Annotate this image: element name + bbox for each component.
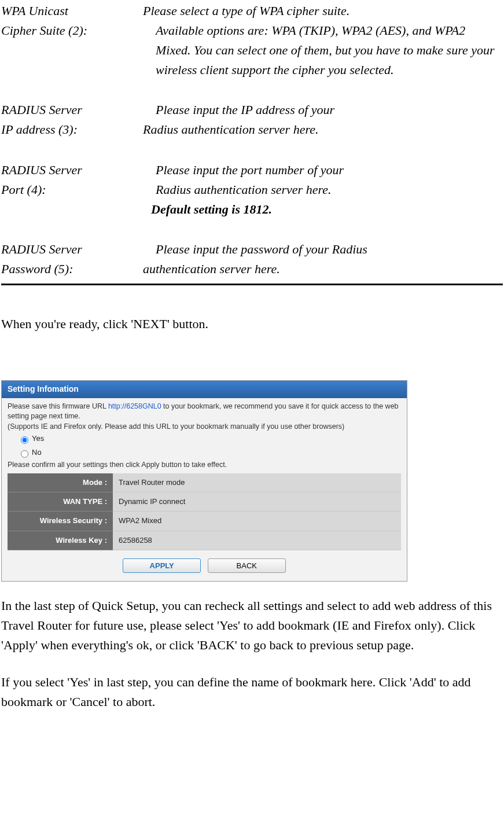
def-desc: Available options are: WPA (TKIP), WPA2 … — [143, 21, 503, 80]
def-desc-bold: Default setting is 1812. — [143, 200, 503, 219]
security-label: Wireless Security : — [8, 512, 113, 531]
radio-yes-row: Yes — [8, 432, 401, 446]
def-row-wpa-cipher-cont: Cipher Suite (2): Available options are:… — [1, 21, 503, 80]
def-row-radius-ip: RADIUS Server Please input the IP addres… — [1, 100, 503, 120]
term-text: WPA Unicast — [1, 3, 68, 18]
definitions-table: WPA Unicast Please select a type of WPA … — [1, 1, 503, 285]
def-term: RADIUS Server — [1, 240, 143, 259]
term-text: IP address (3): — [1, 122, 78, 137]
radio-yes-label: Yes — [32, 434, 44, 443]
def-row-radius-password-cont: Password (5): authentication server here… — [1, 259, 503, 279]
panel-supports-msg: (Supports IE and Firefox only. Please ad… — [8, 422, 401, 432]
desc-text: authentication server here. — [143, 262, 280, 276]
def-term: WPA Unicast — [1, 1, 143, 21]
panel-title: Setting Infomation — [2, 381, 407, 398]
button-row: APPLY BACK — [8, 550, 401, 573]
radio-yes[interactable] — [21, 436, 28, 444]
mode-label: Mode : — [8, 473, 113, 492]
def-term: RADIUS Server — [1, 160, 143, 180]
panel-save-msg: Please save this firmware URL http://625… — [8, 402, 401, 422]
desc-text: Radius authentication server here. — [143, 122, 318, 137]
def-desc: Please input the IP address of your — [143, 100, 503, 120]
wan-label: WAN TYPE : — [8, 492, 113, 512]
def-desc: authentication server here. — [143, 259, 503, 279]
def-term: IP address (3): — [1, 120, 143, 139]
term-text: RADIUS Server — [1, 163, 82, 177]
key-label: Wireless Key : — [8, 531, 113, 550]
settings-row-mode: Mode : Travel Router mode — [8, 473, 401, 492]
settings-row-key: Wireless Key : 62586258 — [8, 531, 401, 550]
desc-text: Available options are: WPA (TKIP), WPA2 … — [156, 23, 495, 77]
desc-text: Radius authentication server here. — [156, 182, 331, 197]
setting-information-panel: Setting Infomation Please save this firm… — [1, 380, 407, 582]
firmware-url-link[interactable]: http://6258GNL0 — [108, 402, 161, 410]
def-desc: Please input the port number of your — [143, 160, 503, 180]
def-row-radius-port-bold: Default setting is 1812. — [1, 200, 503, 219]
def-term: Port (4): — [1, 180, 143, 200]
paragraph-bookmark-name: If you select 'Yes' in last step, you ca… — [1, 672, 503, 712]
desc-text: Please select a type of WPA cipher suite… — [143, 3, 350, 18]
def-desc: Radius authentication server here. — [143, 120, 503, 139]
desc-text: Please input the password of your Radius — [156, 242, 367, 256]
term-text: RADIUS Server — [1, 242, 82, 256]
panel-body: Please save this firmware URL http://625… — [2, 398, 407, 581]
desc-bold-text: Default setting is 1812. — [151, 202, 272, 216]
def-desc: Please input the password of your Radius — [143, 240, 503, 259]
term-text: RADIUS Server — [1, 102, 82, 117]
msg-prefix: Please save this firmware URL — [8, 402, 108, 410]
desc-text: Please input the port number of your — [156, 163, 344, 177]
def-row-wpa-cipher: WPA Unicast Please select a type of WPA … — [1, 1, 503, 21]
radio-no[interactable] — [21, 450, 28, 458]
panel-confirm-msg: Please confirm all your settings then cl… — [8, 460, 401, 470]
settings-row-security: Wireless Security : WPA2 Mixed — [8, 512, 401, 531]
term-text: Port (4): — [1, 182, 46, 197]
back-button[interactable]: BACK — [208, 558, 286, 573]
radio-no-label: No — [32, 448, 42, 457]
mode-value: Travel Router mode — [113, 473, 401, 492]
def-row-radius-port: RADIUS Server Please input the port numb… — [1, 160, 503, 180]
paragraph-next-button: When you're ready, click 'NEXT' button. — [1, 314, 503, 334]
security-value: WPA2 Mixed — [113, 512, 401, 531]
wan-value: Dynamic IP connect — [113, 492, 401, 512]
radio-no-row: No — [8, 446, 401, 459]
def-row-radius-ip-cont: IP address (3): Radius authentication se… — [1, 120, 503, 139]
settings-grid: Mode : Travel Router mode WAN TYPE : Dyn… — [8, 473, 401, 550]
def-desc: Please select a type of WPA cipher suite… — [143, 1, 503, 21]
apply-button[interactable]: APPLY — [123, 558, 201, 573]
paragraph-quick-setup: In the last step of Quick Setup, you can… — [1, 596, 503, 655]
def-term: RADIUS Server — [1, 100, 143, 120]
term-text: Cipher Suite (2): — [1, 23, 87, 38]
def-term: Password (5): — [1, 259, 143, 279]
key-value: 62586258 — [113, 531, 401, 550]
desc-text: Please input the IP address of your — [156, 102, 334, 117]
def-desc: Radius authentication server here. — [143, 180, 503, 200]
term-text: Password (5): — [1, 262, 73, 276]
def-row-radius-port-cont: Port (4): Radius authentication server h… — [1, 180, 503, 200]
def-row-radius-password: RADIUS Server Please input the password … — [1, 240, 503, 259]
def-term: Cipher Suite (2): — [1, 21, 143, 80]
settings-row-wan: WAN TYPE : Dynamic IP connect — [8, 492, 401, 512]
